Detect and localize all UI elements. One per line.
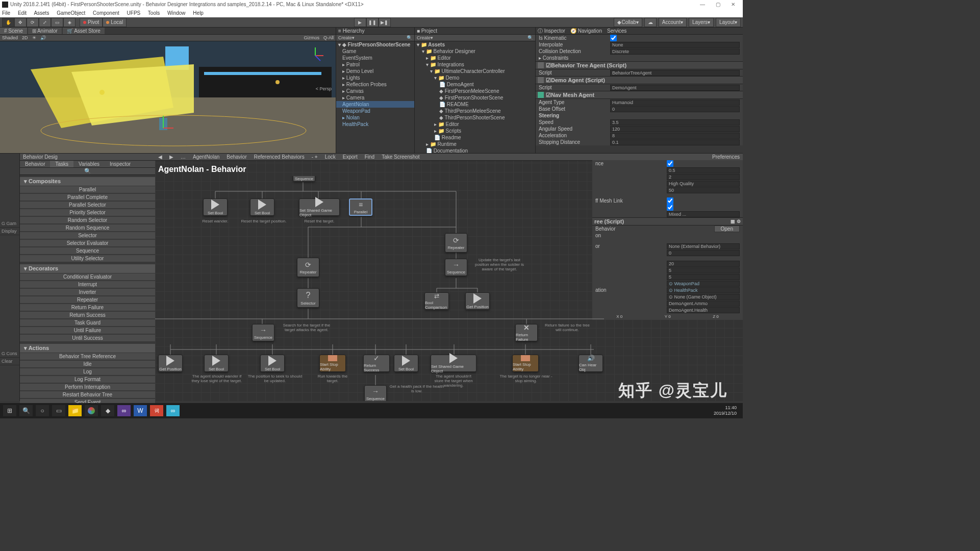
scale-tool[interactable]: ⤢ [39,18,51,27]
bd-tab-tasks[interactable]: Tasks [50,161,73,167]
minimize-button[interactable]: — [695,0,710,9]
bd-screenshot[interactable]: Take Screenshot [382,154,420,160]
task-item[interactable]: Until Success [20,335,155,341]
project-item[interactable]: ▸ 📁 Runtime [415,141,535,147]
task-item[interactable]: Restart Behavior Tree [20,391,155,398]
project-tab[interactable]: ■ Project [417,28,437,34]
node-row-1[interactable]: Set Bool [204,355,229,372]
nce-check[interactable] [667,160,673,167]
step-button[interactable]: ▶❚ [379,18,391,27]
audio-icon[interactable]: 🔊 [40,35,46,40]
bd-preferences[interactable]: Preferences [712,154,740,160]
interpolate-value[interactable]: None [610,42,740,48]
close-button[interactable]: ✕ [725,0,741,9]
task-item[interactable]: Interrupt [20,281,155,288]
project-item[interactable]: ◆ ThirdPersonMeleeScene [415,108,535,114]
project-item[interactable]: 📄 README [415,101,535,108]
hierarchy-item[interactable]: ▸ Camera [336,94,414,101]
project-item[interactable]: ▾ 📁 Behavior Designer [415,48,535,55]
menu-assets[interactable]: Assets [34,10,49,16]
bd-nav-back[interactable]: ◀ [158,154,162,160]
search-scene[interactable]: Q-All [323,35,334,40]
rect-tool[interactable]: ▭ [51,18,63,27]
pause-button[interactable]: ❚❚ [366,18,379,27]
node-get-position[interactable]: Get Position [465,292,490,310]
acceleration-value[interactable]: 8 [610,133,740,139]
is-kinematic-check[interactable] [610,35,617,41]
cloud-button[interactable]: ☁ [644,18,657,27]
bta-component[interactable]: ☑ Behavior Tree Agent (Script) [536,61,743,69]
node-sequence-search[interactable]: →Sequence [252,324,274,341]
node-set-bool-2[interactable]: Set Bool [250,198,274,216]
project-item[interactable]: ▸ 📁 Editor [415,55,535,61]
word-icon[interactable]: W [134,405,147,416]
project-item[interactable]: ▸ 📁 Scripts [415,128,535,134]
task-item[interactable]: Log Format [20,376,155,383]
pivot-toggle[interactable]: Pivot [80,18,103,27]
task-item[interactable]: Parallel Selector [20,202,155,208]
rotate-tool[interactable]: ⟳ [27,18,39,27]
hierarchy-item[interactable]: EventSystem [336,55,414,61]
task-item[interactable]: Selector [20,232,155,239]
node-selector[interactable]: ?Selector [297,288,319,308]
hierarchy-item[interactable]: HealthPack [336,121,414,128]
tab-animator[interactable]: ⊞ Animator [28,28,62,34]
tab-asset-store[interactable]: 🛒 Asset Store [63,28,105,34]
decorators-header[interactable]: ▾ Decorators [20,264,155,273]
hierarchy-item[interactable]: ▸ Demo Level [336,68,414,74]
node-row-5[interactable]: Set Bool [394,355,418,372]
layout-dropdown[interactable]: Layout ▾ [716,18,741,27]
task-item[interactable]: Priority Selector [20,209,155,216]
node-bool-comparison[interactable]: ⇄Bool Comparison [424,292,449,310]
hierarchy-tree[interactable]: ▾ ◆ FirstPersonShooterScene Game EventSy… [336,41,414,153]
hierarchy-root[interactable]: ▾ ◆ FirstPersonShooterScene [336,41,414,48]
bd-tab-inspector[interactable]: Inspector [105,161,136,167]
cortana-icon[interactable]: ○ [36,405,49,416]
agent-type-value[interactable]: Humanoid [610,99,740,106]
node-row-4[interactable]: ✓Return Success [363,355,390,372]
node-repeater[interactable]: ⟳Repeater [297,258,319,277]
bd-tab-variables[interactable]: Variables [73,161,105,167]
bd-tab-behavior[interactable]: Behavior [20,161,50,167]
speed-value[interactable]: 3.5 [610,119,740,126]
transform-tool[interactable]: ◈ [63,18,76,27]
services-tab[interactable]: Services [607,28,626,34]
project-item[interactable]: 📄 Readme [415,134,535,141]
project-item[interactable]: 📄 DemoAgent [415,81,535,88]
project-search[interactable]: 🔍 [527,35,533,40]
task-item[interactable]: Repeater [20,296,155,303]
local-toggle[interactable]: Local [103,18,127,27]
task-item[interactable]: Perform Interruption [20,384,155,390]
hierarchy-item[interactable]: ▸ Reflection Probes [336,81,414,88]
node-sequence-top[interactable]: Sequence [293,176,315,182]
shaded-dropdown[interactable]: Shaded [2,35,18,40]
menu-window[interactable]: Window [167,10,186,16]
project-create[interactable]: Create [417,35,431,40]
task-item[interactable]: Log [20,368,155,375]
stopping-distance-value[interactable]: 0.1 [610,139,740,145]
game-tab-trunc[interactable]: G Gam [0,220,19,228]
node-parallel[interactable]: ≡Parallel [349,198,372,216]
menu-ufps[interactable]: UFPS [127,10,141,16]
menu-component[interactable]: Component [93,10,119,16]
scene-viewport[interactable]: < Persp [0,41,336,153]
extra-value[interactable]: 0.5 [667,167,740,173]
2d-toggle[interactable]: 2D [22,35,28,40]
node-row-6[interactable]: Set Shared Game Object [431,355,476,372]
app-icon[interactable]: ∞ [166,405,180,416]
task-item[interactable]: Parallel Complete [20,194,155,201]
bd-find[interactable]: Find [365,154,374,160]
menu-edit[interactable]: Edit [18,10,27,16]
console-tab-trunc[interactable]: G Cons [0,350,19,358]
task-view-icon[interactable]: ▭ [52,405,65,416]
hierarchy-item-selected[interactable]: AgentNolan [336,101,414,108]
node-return-failure[interactable]: ✕Return Failure [515,324,538,341]
hierarchy-tab[interactable]: ≡ Hierarchy [338,28,364,34]
bd-export[interactable]: Export [343,154,358,160]
menu-tools[interactable]: Tools [148,10,160,16]
project-item[interactable]: 📄 Documentation [415,147,535,153]
clock[interactable]: 11:40 2019/12/10 [714,405,740,416]
project-item[interactable]: ◆ FirstPersonMeleeScene [415,88,535,94]
maximize-button[interactable]: ▢ [710,0,725,9]
task-item[interactable]: Task Guard [20,319,155,326]
